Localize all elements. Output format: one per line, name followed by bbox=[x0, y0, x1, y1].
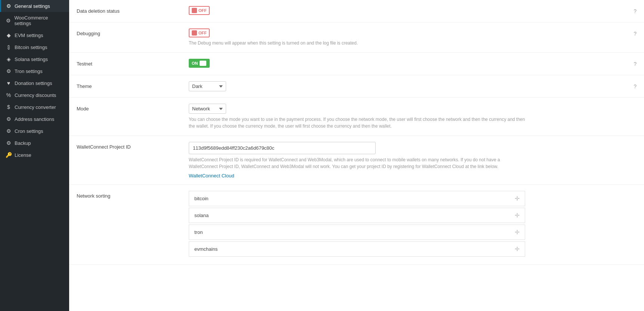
drag-handle-bitcoin[interactable]: ✛ bbox=[515, 195, 520, 202]
testnet-help-icon[interactable]: ? bbox=[634, 59, 637, 67]
walletconnect-help: WalletConnect Project ID is required for… bbox=[189, 156, 525, 170]
mode-select[interactable]: Network Currency bbox=[189, 104, 226, 114]
debugging-help-icon[interactable]: ? bbox=[634, 28, 637, 37]
sidebar-item-currency-discounts[interactable]: % Currency discounts bbox=[0, 89, 69, 101]
data-deletion-help-icon[interactable]: ? bbox=[634, 6, 637, 14]
theme-row: Theme Dark Light Auto ? bbox=[69, 75, 644, 98]
sidebar: ⚙ General settings ⚙ WooCommerce setting… bbox=[0, 0, 69, 311]
sidebar-item-general-settings[interactable]: ⚙ General settings bbox=[0, 0, 69, 12]
walletconnect-input[interactable] bbox=[189, 142, 376, 154]
drag-handle-solana[interactable]: ✛ bbox=[515, 212, 520, 219]
sidebar-item-tron-settings[interactable]: ⚙ Tron settings bbox=[0, 65, 69, 77]
network-sorting-row: Network sorting bitcoin ✛ solana ✛ tron … bbox=[69, 185, 644, 265]
dollar-icon: $ bbox=[6, 104, 12, 110]
sidebar-item-evm-settings[interactable]: ◆ EVM settings bbox=[0, 29, 69, 41]
sidebar-item-cron-settings[interactable]: ⚙ Cron settings bbox=[0, 125, 69, 137]
solana-icon: ◈ bbox=[6, 56, 12, 62]
toggle-knob bbox=[200, 61, 206, 66]
percent-icon: % bbox=[6, 92, 12, 98]
sorting-item-tron: tron ✛ bbox=[189, 225, 525, 240]
bitcoin-icon: ₿ bbox=[6, 44, 12, 50]
testnet-toggle[interactable]: ON bbox=[189, 59, 210, 68]
data-deletion-row: Data deletion status OFF ? bbox=[69, 0, 644, 22]
sorting-item-label: tron bbox=[194, 229, 203, 235]
walletconnect-label: WalletConnect Project ID bbox=[77, 142, 189, 150]
sorting-item-label: bitcoin bbox=[194, 196, 209, 201]
key-icon: 🔑 bbox=[6, 152, 12, 158]
sorting-item-label: solana bbox=[194, 213, 209, 218]
sidebar-item-solana-settings[interactable]: ◈ Solana settings bbox=[0, 53, 69, 65]
drag-handle-evmchains[interactable]: ✛ bbox=[515, 246, 520, 253]
toggle-off-label: OFF bbox=[198, 31, 207, 35]
sidebar-item-woocommerce-settings[interactable]: ⚙ WooCommerce settings bbox=[0, 12, 69, 29]
sidebar-item-donation-settings[interactable]: ♥ Donation settings bbox=[0, 77, 69, 89]
sorting-item-bitcoin: bitcoin ✛ bbox=[189, 191, 525, 206]
debugging-label: Debugging bbox=[77, 28, 189, 36]
sidebar-item-address-sanctions[interactable]: ⚙ Address sanctions bbox=[0, 113, 69, 125]
backup-icon: ⚙ bbox=[6, 140, 12, 146]
clock-icon: ⚙ bbox=[6, 128, 12, 134]
walletconnect-row: WalletConnect Project ID WalletConnect P… bbox=[69, 136, 644, 185]
toggle-on-label: ON bbox=[192, 61, 198, 65]
mode-help: You can choose the mode you want to use … bbox=[189, 116, 525, 129]
sidebar-item-backup[interactable]: ⚙ Backup bbox=[0, 137, 69, 149]
network-sorting-label: Network sorting bbox=[77, 191, 189, 199]
data-deletion-control: OFF bbox=[189, 6, 634, 15]
sidebar-item-bitcoin-settings[interactable]: ₿ Bitcoin settings bbox=[0, 41, 69, 53]
mode-control: Network Currency You can choose the mode… bbox=[189, 104, 637, 129]
theme-help-icon[interactable]: ? bbox=[634, 81, 637, 89]
data-deletion-toggle[interactable]: OFF bbox=[189, 6, 210, 15]
testnet-label: Testnet bbox=[77, 59, 189, 67]
mode-row: Mode Network Currency You can choose the… bbox=[69, 98, 644, 136]
theme-control: Dark Light Auto bbox=[189, 81, 634, 91]
toggle-knob bbox=[192, 8, 197, 13]
heart-icon: ♥ bbox=[6, 80, 12, 86]
drag-handle-tron[interactable]: ✛ bbox=[515, 229, 520, 236]
theme-label: Theme bbox=[77, 81, 189, 89]
debugging-row: Debugging OFF The Debug menu will appear… bbox=[69, 22, 644, 53]
walletconnect-control: WalletConnect Project ID is required for… bbox=[189, 142, 637, 179]
sidebar-item-license[interactable]: 🔑 License bbox=[0, 149, 69, 161]
sorting-item-label: evmchains bbox=[194, 246, 218, 252]
toggle-off-label: OFF bbox=[198, 8, 207, 13]
toggle-knob bbox=[192, 30, 197, 36]
data-deletion-label: Data deletion status bbox=[77, 6, 189, 14]
network-sorting-control: bitcoin ✛ solana ✛ tron ✛ evmchains ✛ bbox=[189, 191, 525, 258]
tron-icon: ⚙ bbox=[6, 68, 12, 74]
theme-select[interactable]: Dark Light Auto bbox=[189, 81, 226, 91]
shield-icon: ⚙ bbox=[6, 116, 12, 122]
sorting-item-solana: solana ✛ bbox=[189, 208, 525, 223]
gear-icon: ⚙ bbox=[6, 3, 12, 9]
sidebar-item-currency-converter[interactable]: $ Currency converter bbox=[0, 101, 69, 113]
walletconnect-cloud-link[interactable]: WalletConnect Cloud bbox=[189, 173, 234, 179]
debugging-help: The Debug menu will appear when this set… bbox=[189, 40, 525, 46]
sorting-item-evmchains: evmchains ✛ bbox=[189, 241, 525, 257]
debugging-control: OFF The Debug menu will appear when this… bbox=[189, 28, 634, 46]
testnet-row: Testnet ON ? bbox=[69, 53, 644, 75]
testnet-control: ON bbox=[189, 59, 634, 68]
debugging-toggle[interactable]: OFF bbox=[189, 28, 210, 37]
gear-icon: ⚙ bbox=[6, 18, 12, 24]
main-content: Data deletion status OFF ? Debugging OFF… bbox=[69, 0, 644, 311]
mode-label: Mode bbox=[77, 104, 189, 112]
diamond-icon: ◆ bbox=[6, 32, 12, 38]
